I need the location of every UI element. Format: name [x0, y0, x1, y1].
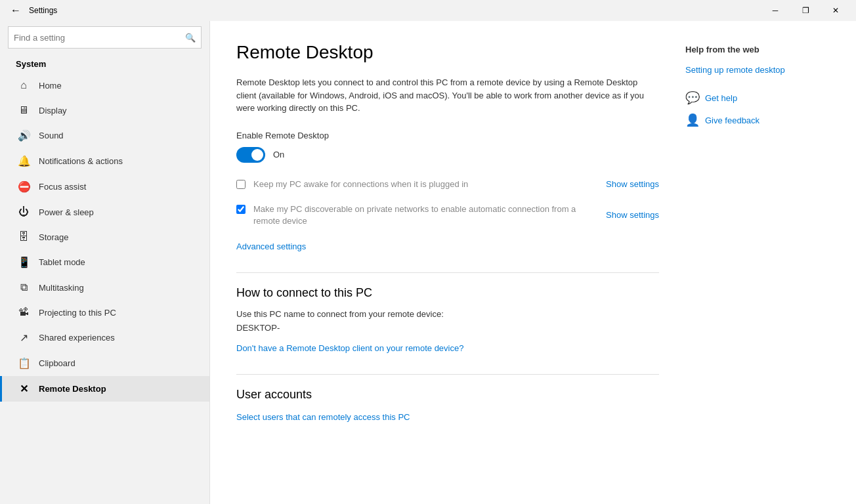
get-help-icon: 💬 — [685, 91, 700, 105]
no-client-link[interactable]: Don't have a Remote Desktop client on yo… — [236, 343, 463, 353]
advanced-settings-link[interactable]: Advanced settings — [236, 242, 306, 251]
pc-name: DESKTOP- — [236, 323, 659, 333]
sidebar-item-label: Display — [39, 106, 67, 116]
sidebar: 🔍 System ⌂ Home 🖥 Display 🔊 Sound 🔔 Noti… — [0, 21, 210, 504]
how-to-connect-title: How to connect to this PC — [236, 286, 659, 300]
content-area: Remote Desktop Remote Desktop lets you c… — [210, 21, 856, 504]
sidebar-item-multitasking[interactable]: ⧉ Multitasking — [0, 275, 209, 300]
sidebar-item-label: Shared experiences — [39, 333, 115, 343]
section-divider-2 — [236, 374, 659, 375]
page-title: Remote Desktop — [236, 42, 659, 63]
user-accounts-title: User accounts — [236, 388, 659, 402]
sidebar-item-label: Power & sleep — [39, 207, 94, 217]
toggle-knob — [251, 149, 263, 161]
sidebar-item-focus-assist[interactable]: ⛔ Focus assist — [0, 174, 209, 200]
show-settings-link-1[interactable]: Show settings — [606, 179, 659, 189]
display-icon: 🖥 — [18, 104, 30, 116]
search-icon: 🔍 — [185, 33, 196, 43]
sidebar-item-label: Focus assist — [39, 182, 86, 192]
minimize-button[interactable]: ─ — [760, 0, 790, 21]
shared-experiences-icon: ↗ — [18, 331, 30, 344]
focus-assist-icon: ⛔ — [18, 180, 30, 193]
show-settings-link-2[interactable]: Show settings — [606, 210, 659, 220]
help-title: Help from the web — [685, 45, 830, 54]
sound-icon: 🔊 — [18, 129, 30, 142]
sidebar-item-clipboard[interactable]: 📋 Clipboard — [0, 350, 209, 376]
multitasking-icon: ⧉ — [18, 282, 30, 293]
sidebar-item-label: Clipboard — [39, 358, 75, 368]
connect-desc: Use this PC name to connect from your re… — [236, 309, 659, 319]
sidebar-item-label: Sound — [39, 131, 64, 140]
sidebar-item-sound[interactable]: 🔊 Sound — [0, 123, 209, 148]
sidebar-item-notifications[interactable]: 🔔 Notifications & actions — [0, 148, 209, 174]
sidebar-item-label: Storage — [39, 232, 69, 242]
discoverable-label: Make my PC discoverable on private netwo… — [253, 203, 601, 227]
discoverable-inner: Make my PC discoverable on private netwo… — [253, 203, 659, 227]
maximize-button[interactable]: ❐ — [790, 0, 821, 21]
sidebar-item-home[interactable]: ⌂ Home — [0, 73, 209, 98]
sidebar-item-label: Remote Desktop — [39, 384, 106, 394]
description-text: Remote Desktop lets you connect to and c… — [236, 76, 659, 115]
give-feedback-action[interactable]: 👤 Give feedback — [685, 113, 830, 127]
sidebar-item-shared-experiences[interactable]: ↗ Shared experiences — [0, 325, 209, 350]
home-icon: ⌂ — [18, 79, 30, 91]
sidebar-item-power-sleep[interactable]: ⏻ Power & sleep — [0, 200, 209, 224]
remote-desktop-icon: ✕ — [18, 383, 30, 395]
storage-icon: 🗄 — [18, 231, 30, 243]
get-help-link[interactable]: Get help — [705, 93, 737, 103]
discoverable-row: Make my PC discoverable on private netwo… — [236, 203, 659, 230]
sidebar-item-label: Tablet mode — [39, 257, 85, 267]
sidebar-item-label: Projecting to this PC — [39, 308, 116, 318]
toggle-row: On — [236, 147, 659, 163]
sidebar-item-tablet-mode[interactable]: 📱 Tablet mode — [0, 249, 209, 275]
enable-remote-desktop-label: Enable Remote Desktop — [236, 131, 659, 140]
give-feedback-icon: 👤 — [685, 113, 700, 127]
search-input[interactable] — [14, 33, 185, 43]
setting-up-remote-desktop-link[interactable]: Setting up remote desktop — [685, 65, 830, 75]
sidebar-item-display[interactable]: 🖥 Display — [0, 98, 209, 123]
keep-awake-label: Keep my PC awake for connections when it… — [253, 178, 601, 190]
sidebar-item-label: Multitasking — [39, 283, 84, 293]
sidebar-item-label: Home — [39, 81, 62, 91]
main-content: Remote Desktop Remote Desktop lets you c… — [236, 42, 659, 483]
get-help-action[interactable]: 💬 Get help — [685, 91, 830, 105]
projecting-icon: 📽 — [18, 306, 30, 318]
discoverable-checkbox[interactable] — [236, 205, 246, 214]
select-users-link[interactable]: Select users that can remotely access th… — [236, 412, 410, 422]
help-sidebar: Help from the web Setting up remote desk… — [685, 42, 830, 483]
tablet-mode-icon: 📱 — [18, 256, 30, 268]
remote-desktop-toggle[interactable] — [236, 147, 265, 163]
sidebar-item-label: Notifications & actions — [39, 156, 123, 166]
sidebar-item-storage[interactable]: 🗄 Storage — [0, 224, 209, 249]
keep-awake-row: Keep my PC awake for connections when it… — [236, 178, 659, 193]
give-feedback-link[interactable]: Give feedback — [705, 116, 760, 125]
clipboard-icon: 📋 — [18, 357, 30, 369]
back-button[interactable]: ← — [5, 2, 26, 19]
app-body: 🔍 System ⌂ Home 🖥 Display 🔊 Sound 🔔 Noti… — [0, 21, 856, 504]
toggle-state-label: On — [273, 150, 284, 159]
window-controls: ─ ❐ ✕ — [760, 0, 851, 21]
power-sleep-icon: ⏻ — [18, 206, 30, 218]
sidebar-item-remote-desktop[interactable]: ✕ Remote Desktop — [0, 376, 209, 402]
keep-awake-inner: Keep my PC awake for connections when it… — [253, 178, 659, 190]
search-box[interactable]: 🔍 — [8, 26, 202, 49]
section-divider-1 — [236, 272, 659, 273]
titlebar-title: Settings — [29, 6, 57, 15]
titlebar: ← Settings ─ ❐ ✕ — [0, 0, 856, 21]
sidebar-item-projecting[interactable]: 📽 Projecting to this PC — [0, 300, 209, 325]
sidebar-section-title: System — [0, 54, 209, 73]
keep-awake-checkbox[interactable] — [236, 180, 246, 189]
close-button[interactable]: ✕ — [821, 0, 851, 21]
notifications-icon: 🔔 — [18, 155, 30, 167]
